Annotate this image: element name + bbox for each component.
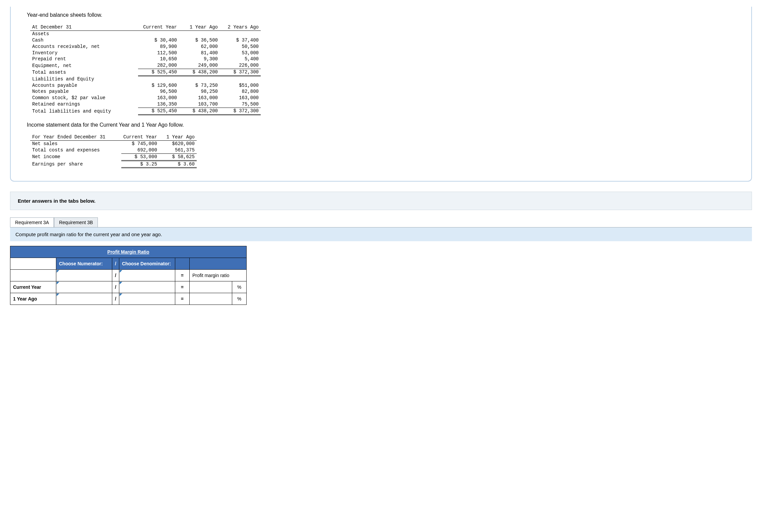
row-label-blank [10,270,56,281]
bs-ap-y1: $ 73,250 [179,82,220,89]
bs-assets-hdr: Assets [30,30,138,37]
bs-ta-y1: $ 438,200 [179,69,220,76]
bs-np-cy: 96,500 [138,88,179,95]
denominator-input-cy[interactable] [119,281,175,293]
instruction-bar: Enter answers in the tabs below. [10,192,752,210]
bs-ar-y1: 62,000 [179,44,220,50]
is-hdr-cy: Current Year [121,134,159,140]
profit-margin-table: Profit Margin Ratio Choose Numerator: / … [10,246,247,305]
bs-hdr-y2: 2 Years Ago [220,24,261,30]
bs-inv-y2: 53,000 [220,50,261,56]
intro-income-stmt: Income statement data for the Current Ye… [27,122,738,128]
intro-balance-sheets: Year-end balance sheets follow. [27,12,738,18]
bs-equip-y2: 226,000 [220,62,261,69]
bs-cash-y1: $ 36,500 [179,37,220,44]
bs-equip-y1: 249,000 [179,62,220,69]
is-eps-l: Earnings per share [30,160,121,168]
bs-hdr-label: At December 31 [30,24,138,30]
bs-ta-l: Total assets [30,69,138,76]
bs-ta-y2: $ 372,300 [220,69,261,76]
bs-np-l: Notes payable [30,88,138,95]
is-costs-y1: 561,375 [159,147,197,153]
dropdown-corner-icon [120,282,122,284]
dropdown-corner-icon [120,293,122,296]
bs-cs-y1: 163,000 [179,95,220,101]
requirement-tabs: Requirement 3A Requirement 3B [10,217,752,227]
bs-prepaid-y2: 5,400 [220,56,261,62]
slash-y1: / [112,293,119,305]
bs-re-y1: 103,700 [179,101,220,108]
slash-hdr: / [112,258,119,270]
bs-hdr-y1: 1 Year Ago [179,24,220,30]
dropdown-corner-icon [57,282,59,284]
choose-denominator-hdr: Choose Denominator: [119,258,175,270]
eq-hdr-blank [175,258,189,270]
bs-hdr-cy: Current Year [138,24,179,30]
bs-cash-cy: $ 30,400 [138,37,179,44]
is-sales-y1: $620,000 [159,140,197,147]
eq-y1: = [175,293,189,305]
row-label-empty [10,258,56,270]
bs-tle-cy: $ 525,450 [138,108,179,115]
choose-numerator-hdr: Choose Numerator: [56,258,112,270]
bs-inv-cy: 112,500 [138,50,179,56]
is-ni-cy: $ 53,000 [121,153,159,160]
income-statement-table: For Year Ended December 31 Current Year … [30,134,197,168]
result-input-cy[interactable] [189,281,232,293]
bs-inv-y1: 81,400 [179,50,220,56]
is-costs-cy: 692,000 [121,147,159,153]
numerator-select-blank[interactable] [56,270,112,281]
eq-1: = [175,270,189,281]
bs-ap-cy: $ 129,600 [138,82,179,89]
bs-ap-y2: $51,000 [220,82,261,89]
bs-re-cy: 136,350 [138,101,179,108]
bs-np-y2: 82,800 [220,88,261,95]
is-hdr-y1: 1 Year Ago [159,134,197,140]
bs-le-hdr: Liabilities and Equity [30,76,138,82]
bs-cs-l: Common stock, $2 par value [30,95,138,101]
tab-body-prompt: Compute profit margin ratio for the curr… [10,227,752,241]
tab-requirement-3b[interactable]: Requirement 3B [54,217,98,227]
is-eps-y1: $ 3.60 [159,160,197,168]
bs-tle-y2: $ 372,300 [220,108,261,115]
denominator-input-y1[interactable] [119,293,175,305]
tab-3a-label: Requirement 3A [15,220,49,225]
is-sales-cy: $ 745,000 [121,140,159,147]
bs-cash-l: Cash [30,37,138,44]
pm-title-cell: Profit Margin Ratio [10,246,247,258]
tab-requirement-3a[interactable]: Requirement 3A [10,217,54,227]
tab-3b-label: Requirement 3B [59,220,93,225]
denominator-select-blank[interactable] [119,270,175,281]
dropdown-corner-icon [57,293,59,296]
is-ni-y1: $ 58,625 [159,153,197,160]
bs-tle-l: Total liabilities and equity [30,108,138,115]
is-costs-l: Total costs and expenses [30,147,121,153]
dropdown-corner-icon [120,270,122,273]
bs-equip-l: Equipment, net [30,62,138,69]
bs-cash-y2: $ 37,400 [220,37,261,44]
pm-title-text: Profit Margin Ratio [107,249,149,255]
ratio-label-cell: Profit margin ratio [189,270,246,281]
bs-inv-l: Inventory [30,50,138,56]
is-ni-l: Net income [30,153,121,160]
balance-sheet-table: At December 31 Current Year 1 Year Ago 2… [30,24,261,115]
bs-ta-cy: $ 525,450 [138,69,179,76]
row-label-y1: 1 Year Ago [10,293,56,305]
numerator-input-y1[interactable] [56,293,112,305]
eq-cy: = [175,281,189,293]
bs-ar-y2: 50,500 [220,44,261,50]
numerator-input-cy[interactable] [56,281,112,293]
bs-cs-cy: 163,000 [138,95,179,101]
question-panel: Year-end balance sheets follow. At Decem… [10,7,752,182]
row-label-cy: Current Year [10,281,56,293]
result-input-y1[interactable] [189,293,232,305]
bs-cs-y2: 163,000 [220,95,261,101]
bs-re-l: Retained earnings [30,101,138,108]
bs-ar-cy: 89,900 [138,44,179,50]
bs-prepaid-cy: 10,650 [138,56,179,62]
bs-prepaid-l: Prepaid rent [30,56,138,62]
bs-np-y1: 98,250 [179,88,220,95]
bs-ar-l: Accounts receivable, net [30,44,138,50]
bs-re-y2: 75,500 [220,101,261,108]
bs-tle-y1: $ 438,200 [179,108,220,115]
